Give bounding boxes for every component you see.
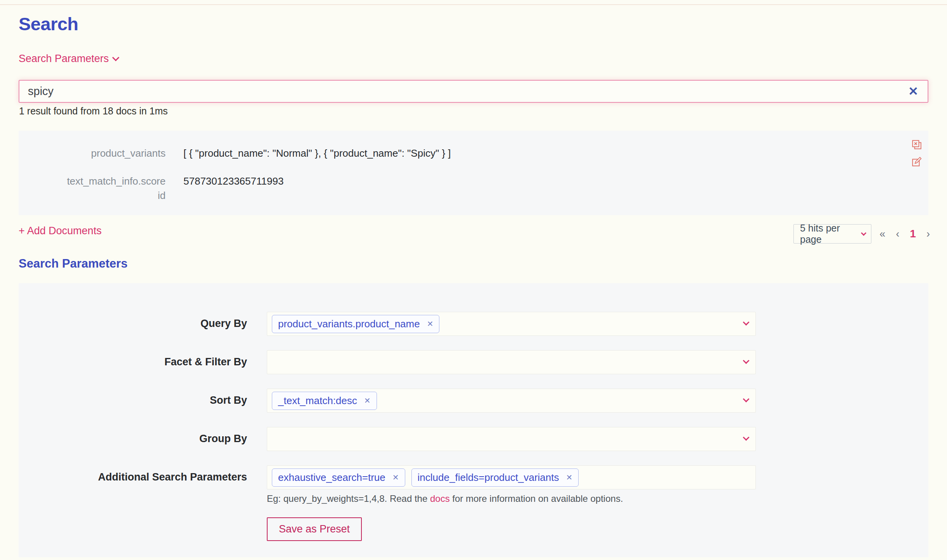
chevron-down-icon <box>112 54 119 61</box>
chevron-down-icon <box>861 230 866 236</box>
result-row: id <box>19 190 183 202</box>
search-box: ✕ <box>19 80 928 103</box>
result-field-label: id <box>19 190 166 202</box>
result-row: text_match_info.score 578730123365711993 <box>19 175 283 187</box>
sort-by-field[interactable]: _text_match:desc ✕ <box>267 389 756 413</box>
result-field-value: [ { "product_name": "Normal" }, { "produ… <box>183 147 451 159</box>
chevron-down-icon[interactable] <box>743 434 750 441</box>
search-parameters-toggle[interactable]: Search Parameters <box>19 53 118 65</box>
hits-per-page-select[interactable]: 5 hits per page <box>793 224 871 244</box>
parameters-panel: Query By product_variants.product_name ✕… <box>19 283 928 557</box>
result-card-actions <box>911 139 922 167</box>
pagination: « ‹ 1 › <box>880 224 930 244</box>
delete-document-icon[interactable] <box>911 139 922 150</box>
hits-per-page-value: 5 hits per page <box>800 223 861 245</box>
add-documents-link[interactable]: + Add Documents <box>19 225 102 237</box>
edit-document-icon[interactable] <box>911 156 922 167</box>
tag-label: exhaustive_search=true <box>278 472 385 484</box>
param-label-additional-search-parameters: Additional Search Parameters <box>38 471 247 483</box>
search-input[interactable] <box>19 81 899 102</box>
result-row: product_variants [ { "product_name": "No… <box>19 147 451 159</box>
tag-label: _text_match:desc <box>278 395 357 407</box>
group-by-field[interactable] <box>267 427 756 451</box>
tag-remove-icon[interactable]: ✕ <box>427 319 434 328</box>
pagination-current-page[interactable]: 1 <box>910 228 916 240</box>
result-card: product_variants [ { "product_name": "No… <box>19 131 928 215</box>
additional-search-parameters-field[interactable]: exhaustive_search=true ✕ include_fields=… <box>267 465 756 489</box>
param-label-query-by: Query By <box>38 318 247 330</box>
param-label-sort-by: Sort By <box>38 394 247 406</box>
chevron-down-icon[interactable] <box>743 396 750 403</box>
docs-link[interactable]: docs <box>430 493 450 504</box>
helper-text-prefix: Eg: query_by_weights=1,4,8. Read the <box>267 493 430 504</box>
helper-text: Eg: query_by_weights=1,4,8. Read the doc… <box>267 493 623 504</box>
facet-filter-by-field[interactable] <box>267 350 756 374</box>
search-parameters-toggle-label: Search Parameters <box>19 53 109 65</box>
result-field-label: product_variants <box>19 147 166 159</box>
param-label-group-by: Group By <box>38 433 247 445</box>
clear-search-icon[interactable]: ✕ <box>899 84 928 99</box>
helper-text-suffix: for more information on available option… <box>450 493 623 504</box>
page-root: Search Search Parameters ✕ 1 result foun… <box>0 0 947 560</box>
pagination-prev-button[interactable]: ‹ <box>896 228 899 240</box>
query-by-field[interactable]: product_variants.product_name ✕ <box>267 312 756 336</box>
save-as-preset-button[interactable]: Save as Preset <box>267 517 362 541</box>
pagination-first-button[interactable]: « <box>880 228 885 240</box>
page-title: Search <box>19 13 78 35</box>
tag: _text_match:desc ✕ <box>272 392 377 410</box>
tag: include_fields=product_variants ✕ <box>411 468 579 487</box>
chevron-down-icon[interactable] <box>743 319 750 326</box>
tag-remove-icon[interactable]: ✕ <box>392 473 399 482</box>
result-field-label: text_match_info.score <box>19 175 166 187</box>
tag: product_variants.product_name ✕ <box>272 315 439 333</box>
pagination-next-button[interactable]: › <box>926 228 930 240</box>
top-divider <box>0 4 947 5</box>
tag-remove-icon[interactable]: ✕ <box>364 396 371 405</box>
search-parameters-heading: Search Parameters <box>19 257 128 271</box>
results-summary: 1 result found from 18 docs in 1ms <box>19 105 168 117</box>
result-field-value: 578730123365711993 <box>183 175 283 187</box>
tag-remove-icon[interactable]: ✕ <box>566 473 573 482</box>
tag-label: product_variants.product_name <box>278 318 420 330</box>
chevron-down-icon[interactable] <box>743 358 750 364</box>
tag: exhaustive_search=true ✕ <box>272 468 405 487</box>
param-label-facet-filter-by: Facet & Filter By <box>38 356 247 368</box>
tag-label: include_fields=product_variants <box>418 472 559 484</box>
